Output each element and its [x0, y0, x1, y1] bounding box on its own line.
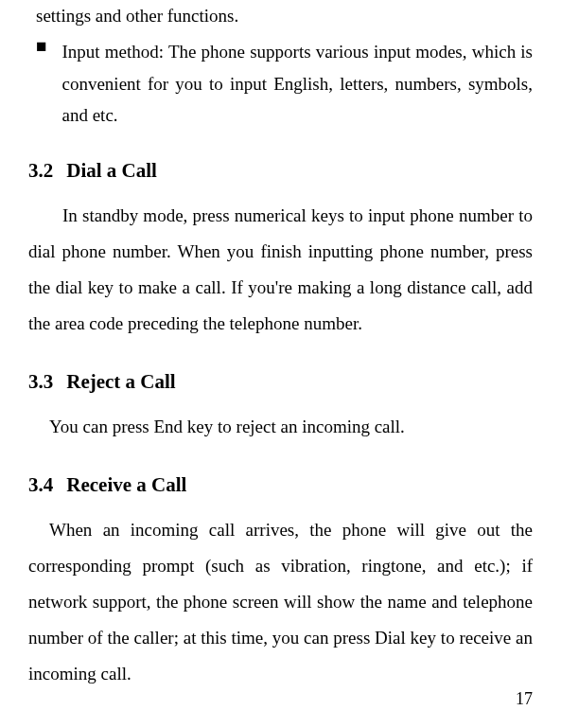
section-reject-a-call: 3.3Reject a Call You can press End key t… — [28, 370, 533, 445]
section-heading: 3.2Dial a Call — [28, 159, 533, 183]
square-bullet-icon: ■ — [28, 36, 61, 131]
page-number: 17 — [516, 689, 533, 709]
section-dial-a-call: 3.2Dial a Call In standby mode, press nu… — [28, 159, 533, 342]
fragment-previous-page: settings and other functions. — [28, 2, 533, 30]
section-title: Reject a Call — [66, 370, 175, 393]
section-number: 3.3 — [28, 370, 53, 394]
section-receive-a-call: 3.4Receive a Call When an incoming call … — [28, 473, 533, 692]
section-heading: 3.4Receive a Call — [28, 473, 533, 497]
page-content: settings and other functions. ■ Input me… — [28, 0, 533, 692]
section-number: 3.4 — [28, 473, 53, 497]
bullet-text: Input method: The phone supports various… — [61, 36, 533, 131]
section-body: You can press End key to reject an incom… — [28, 409, 533, 445]
section-body: When an incoming call arrives, the phone… — [28, 512, 533, 692]
bullet-item-input-method: ■ Input method: The phone supports vario… — [28, 36, 533, 131]
section-title: Dial a Call — [66, 159, 157, 182]
section-heading: 3.3Reject a Call — [28, 370, 533, 394]
section-body: In standby mode, press numerical keys to… — [28, 198, 533, 342]
section-number: 3.2 — [28, 159, 53, 183]
section-title: Receive a Call — [66, 473, 186, 496]
